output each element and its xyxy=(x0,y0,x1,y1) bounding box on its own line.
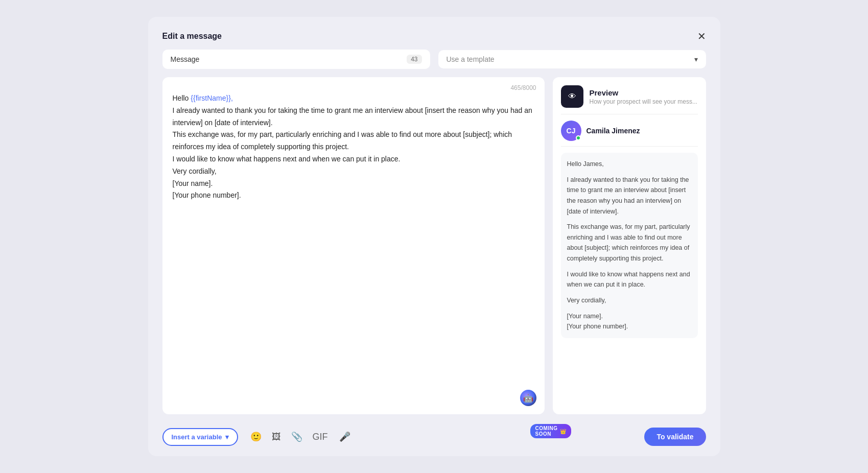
message-line-2: This exchange was, for my part, particul… xyxy=(173,129,534,153)
chevron-down-icon: ▾ xyxy=(694,55,698,63)
preview-title: Preview xyxy=(590,88,697,97)
gif-button[interactable]: GIF xyxy=(309,429,332,445)
message-editor[interactable]: 465/8000 Hello {{firstName}}, I already … xyxy=(162,77,545,414)
online-status-dot xyxy=(576,135,581,140)
top-controls: Message 43 Use a template ▾ xyxy=(162,50,706,69)
preview-contact: CJ Camila Jimenez xyxy=(561,121,698,147)
message-line-6: [Your phone number]. xyxy=(173,191,241,199)
preview-subtitle: How your prospect will see your mess... xyxy=(590,98,697,105)
preview-line-5: [Your name].[Your phone number]. xyxy=(567,311,692,332)
template-dropdown[interactable]: Use a template ▾ xyxy=(438,50,706,68)
close-button[interactable]: ✕ xyxy=(697,31,706,41)
template-placeholder: Use a template xyxy=(447,55,495,63)
attachment-button[interactable]: 📎 xyxy=(287,428,307,445)
bottom-toolbar: Insert a variable ▾ 🙂 🖼 📎 GIF COMING SOO… xyxy=(162,422,706,446)
firstname-variable: {{firstName}}, xyxy=(191,94,233,102)
emoji-button[interactable]: 🙂 xyxy=(246,428,266,445)
char-count: 465/8000 xyxy=(510,84,536,91)
message-line-1: I already wanted to thank you for taking… xyxy=(173,105,534,129)
preview-title-area: Preview How your prospect will see your … xyxy=(590,88,697,105)
message-tab[interactable]: Message 43 xyxy=(162,50,430,69)
insert-variable-label: Insert a variable xyxy=(172,433,222,441)
preview-header: 👁 Preview How your prospect will see you… xyxy=(561,85,698,114)
toolbar-icons: 🙂 🖼 📎 GIF xyxy=(246,428,332,445)
message-body: Hello {{firstName}}, I already wanted to… xyxy=(173,92,534,202)
preview-greeting: Hello James, xyxy=(567,159,692,170)
message-line-5: [Your name]. xyxy=(173,179,213,187)
avatar-wrapper: CJ xyxy=(561,121,581,141)
ai-assist-icon[interactable]: 🤖 xyxy=(520,390,536,406)
microphone-button[interactable]: 🎤 xyxy=(336,428,354,445)
preview-icon-box: 👁 xyxy=(561,85,583,108)
insert-variable-button[interactable]: Insert a variable ▾ xyxy=(162,428,238,446)
coming-soon-badge: COMING SOON 👑 xyxy=(530,424,572,438)
main-content: 465/8000 Hello {{firstName}}, I already … xyxy=(162,77,706,414)
message-tab-label: Message xyxy=(171,55,200,63)
preview-line-4: Very cordially, xyxy=(567,295,692,306)
validate-button[interactable]: To validate xyxy=(644,428,706,446)
preview-line-2: This exchange was, for my part, particul… xyxy=(567,222,692,264)
coming-soon-text: COMING SOON xyxy=(535,425,558,437)
insert-variable-chevron: ▾ xyxy=(225,433,229,441)
preview-line-3: I would like to know what happens next a… xyxy=(567,269,692,290)
message-line-4: Very cordially, xyxy=(173,165,534,178)
microphone-area: COMING SOON 👑 🎤 xyxy=(336,428,354,445)
message-tab-count: 43 xyxy=(407,55,421,64)
greeting-text: Hello xyxy=(173,94,191,102)
modal-title: Edit a message xyxy=(162,32,222,41)
preview-line-1: I already wanted to thank you for taking… xyxy=(567,175,692,217)
preview-panel: 👁 Preview How your prospect will see you… xyxy=(553,77,706,414)
contact-name: Camila Jimenez xyxy=(587,127,640,135)
avatar-initials: CJ xyxy=(567,127,576,135)
image-button[interactable]: 🖼 xyxy=(268,429,285,445)
message-line-3: I would like to know what happens next a… xyxy=(173,153,534,165)
edit-message-modal: Edit a message ✕ Message 43 Use a templa… xyxy=(148,17,720,456)
preview-message-box: Hello James, I already wanted to thank y… xyxy=(561,153,698,338)
eye-icon: 👁 xyxy=(568,92,576,101)
modal-header: Edit a message ✕ xyxy=(162,31,706,41)
ai-icon-area: 🤖 xyxy=(520,390,536,406)
coming-soon-emoji: 👑 xyxy=(560,429,567,434)
